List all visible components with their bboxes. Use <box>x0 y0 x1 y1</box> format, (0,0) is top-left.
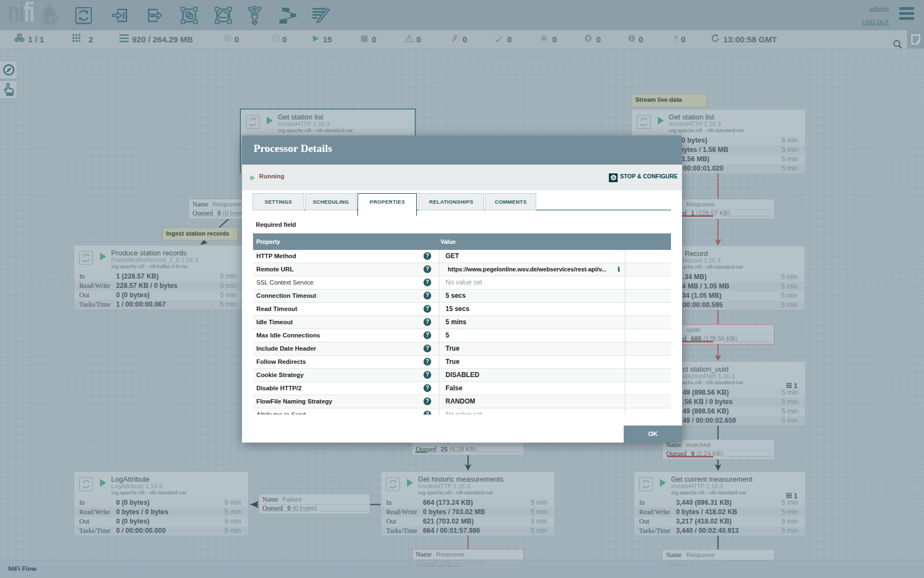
svg-text:?: ? <box>673 35 678 42</box>
